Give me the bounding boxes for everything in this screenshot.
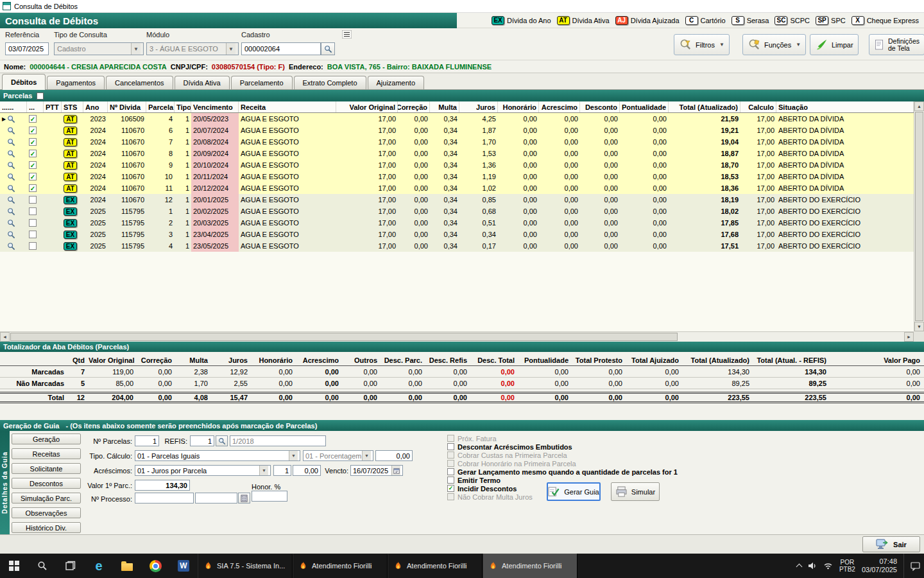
referencia-input[interactable]: 03/07/2025 — [5, 42, 49, 55]
definicoes-tela-button[interactable]: Definições de Tela — [869, 34, 924, 55]
row-magnifier-icon[interactable] — [7, 161, 15, 170]
start-button[interactable] — [0, 554, 28, 578]
parcelas-checkbox[interactable] — [37, 92, 44, 100]
row-checkbox-cell[interactable] — [27, 113, 44, 125]
row-selector-cell[interactable]: ▶ — [0, 148, 27, 159]
chevron-down-icon[interactable]: ▼ — [226, 43, 235, 55]
row-selector-cell[interactable]: ▶ — [0, 194, 27, 206]
calendar-icon[interactable] — [391, 466, 400, 475]
option-checkbox-row[interactable]: Próx. Fatura — [447, 435, 678, 442]
row-selector-cell[interactable]: ▶ — [0, 171, 27, 182]
row-checkbox[interactable] — [29, 207, 37, 215]
table-row[interactable]: ▶ AT 2024 110670 7 1 20/08/2024 AGUA E E… — [0, 136, 914, 148]
row-checkbox-cell[interactable] — [27, 217, 44, 229]
row-selector-cell[interactable]: ▶ — [0, 217, 27, 229]
modulo-select[interactable]: 3 - ÁGUA E ESGOTO ▼ — [146, 42, 239, 55]
scroll-track[interactable] — [678, 332, 904, 342]
row-magnifier-icon[interactable] — [7, 242, 15, 250]
chevron-down-icon[interactable]: ▼ — [259, 466, 268, 475]
option-checkbox-row[interactable]: Descontar Acréscimos Embutidos — [447, 443, 678, 450]
acrescimos-valor-input[interactable]: 0,00 — [293, 465, 321, 476]
row-magnifier-icon[interactable] — [7, 115, 15, 123]
funcoes-button[interactable]: Funções ▼ — [742, 34, 806, 55]
gerar-guia-button[interactable]: Gerar Guia — [547, 482, 601, 501]
grid-column-header[interactable]: ... — [27, 101, 44, 112]
row-selector-cell[interactable]: ▶ — [0, 125, 27, 136]
row-checkbox[interactable] — [29, 115, 37, 123]
row-checkbox[interactable] — [29, 173, 37, 180]
row-magnifier-icon[interactable] — [7, 219, 15, 227]
tab[interactable]: Ajuizamento — [368, 76, 425, 89]
table-row[interactable]: ▶ EX 2025 115795 3 1 23/04/2025 AGUA E E… — [0, 229, 914, 240]
valor-parcela-input[interactable]: 134,30 — [135, 480, 190, 491]
grid-column-header[interactable]: Multa — [430, 101, 459, 112]
row-selector-cell[interactable]: ▶ — [0, 206, 27, 217]
notification-center-icon[interactable] — [911, 561, 920, 571]
scroll-left-icon[interactable]: ◄ — [0, 332, 10, 342]
n-parcelas-input[interactable]: 1 — [135, 435, 159, 446]
grid-column-header[interactable]: Parcela — [146, 101, 175, 112]
sidebar-button[interactable]: Descontos — [12, 478, 81, 489]
row-checkbox-cell[interactable] — [27, 148, 44, 159]
checkbox[interactable] — [447, 485, 454, 492]
table-row[interactable]: ▶ AT 2024 110670 11 1 20/12/2024 AGUA E … — [0, 182, 914, 194]
porcentagem-valor-input[interactable]: 0,00 — [375, 450, 413, 461]
cadastro-input[interactable]: 000002064 — [241, 42, 321, 55]
tab[interactable]: Extrato Completo — [294, 76, 366, 89]
tipo-calculo-select[interactable]: 01 - Parcelas Iguais ▼ — [135, 450, 300, 461]
edge-button[interactable]: e — [85, 554, 113, 578]
grid-column-header[interactable]: Valor Original — [336, 101, 398, 112]
grid-column-header[interactable]: ...... — [0, 101, 27, 112]
acrescimos-select[interactable]: 01 - Juros por Parcela ▼ — [135, 465, 271, 476]
row-checkbox-cell[interactable] — [27, 159, 44, 171]
checkbox[interactable] — [447, 443, 454, 450]
row-magnifier-icon[interactable] — [7, 196, 15, 204]
table-row[interactable]: ▶ EX 2024 110670 12 1 20/01/2025 AGUA E … — [0, 194, 914, 206]
word-button[interactable]: W — [169, 554, 198, 578]
sidebar-button[interactable]: Solicitante — [12, 463, 81, 474]
sair-button[interactable]: Sair — [862, 536, 920, 552]
grid-column-header[interactable]: Juros — [459, 101, 498, 112]
grid-column-header[interactable]: Pontualidade — [620, 101, 669, 112]
row-selector-cell[interactable]: ▶ — [0, 136, 27, 148]
vencto-date-input[interactable]: 16/07/2025 — [350, 465, 403, 476]
chevron-down-icon[interactable]: ▼ — [289, 451, 298, 460]
grid-column-header[interactable]: Correção — [398, 101, 430, 112]
taskbar-app-button[interactable]: Atendimento Fiorilli — [388, 554, 483, 578]
row-magnifier-icon[interactable] — [7, 150, 15, 158]
row-checkbox[interactable] — [29, 150, 37, 157]
row-checkbox[interactable] — [29, 127, 37, 134]
sidebar-button[interactable]: Geração — [12, 434, 81, 444]
row-magnifier-icon[interactable] — [7, 138, 15, 146]
checkbox[interactable] — [447, 451, 454, 459]
row-magnifier-icon[interactable] — [7, 207, 15, 216]
tray-expand-icon[interactable] — [796, 564, 802, 570]
taskbar-app-button[interactable]: Atendimento Fiorilli — [293, 554, 388, 578]
row-magnifier-icon[interactable] — [7, 173, 15, 181]
processo-input-1[interactable] — [135, 493, 194, 504]
horizontal-scrollbar[interactable]: ◄ ► — [0, 331, 914, 342]
tab[interactable]: Débitos — [2, 74, 46, 90]
table-row[interactable]: ▶ AT 2024 110670 9 1 20/10/2024 AGUA E E… — [0, 159, 914, 171]
grid-column-header[interactable]: Vencimento — [191, 101, 239, 112]
taskbar-search-button[interactable] — [28, 554, 56, 578]
row-checkbox-cell[interactable] — [27, 194, 44, 206]
porcentagem-select[interactable]: 01 - Porcentagem ▼ — [303, 450, 373, 461]
grid-column-header[interactable]: Calculo — [740, 101, 776, 112]
table-row[interactable]: ▶ AT 2024 110670 10 1 20/11/2024 AGUA E … — [0, 171, 914, 182]
checkbox[interactable] — [447, 493, 454, 500]
scroll-up-icon[interactable]: ▲ — [914, 101, 924, 111]
processo-input-2[interactable] — [195, 493, 237, 504]
grid-column-header[interactable]: Desconto — [580, 101, 620, 112]
table-row[interactable]: ▶ AT 2024 110670 8 1 20/09/2024 AGUA E E… — [0, 148, 914, 159]
grid-column-header[interactable]: PTT — [44, 101, 62, 112]
filtros-button[interactable]: Filtros ▼ — [674, 34, 730, 55]
row-selector-cell[interactable]: ▶ — [0, 113, 27, 125]
table-row[interactable]: ▶ EX 2025 115795 4 1 23/05/2025 AGUA E E… — [0, 240, 914, 252]
row-selector-cell[interactable]: ▶ — [0, 182, 27, 194]
task-view-button[interactable] — [56, 554, 85, 578]
table-row[interactable]: ▶ AT 2024 110670 6 1 20/07/2024 AGUA E E… — [0, 125, 914, 136]
checkbox[interactable] — [447, 477, 454, 484]
grid-column-header[interactable]: Ano — [83, 101, 108, 112]
sidebar-button[interactable]: Simulação Parc. — [12, 493, 81, 504]
